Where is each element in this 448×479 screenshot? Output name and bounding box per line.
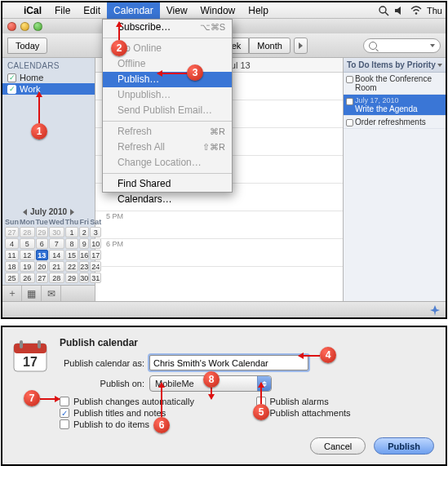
add-calendar-button[interactable]: ＋ (2, 286, 22, 301)
chevron-down-icon[interactable] (437, 64, 442, 67)
day-cell[interactable]: 18 (5, 261, 19, 272)
day-cell[interactable]: 29 (65, 273, 79, 283)
zoom-button[interactable] (33, 22, 42, 31)
publish-button[interactable]: Publish (374, 437, 434, 455)
today-segment: Today (7, 38, 47, 54)
label: Refresh (118, 126, 152, 137)
menu-separator (103, 38, 232, 38)
dow-label: Sun (5, 218, 19, 226)
dialog-title: Publish calendar (60, 337, 434, 348)
arrow (299, 355, 320, 357)
day-cell[interactable]: 15 (65, 250, 79, 260)
day-cell[interactable]: 4 (5, 238, 19, 249)
checkbox-icon[interactable]: ✓ (7, 85, 16, 94)
sidebar-item-home[interactable]: ✓ Home (2, 72, 95, 83)
close-button[interactable] (7, 22, 16, 31)
menubar-extras: Thu (378, 5, 446, 16)
menu-edit[interactable]: Edit (77, 2, 107, 19)
day-cell[interactable]: 5 (20, 238, 35, 249)
day-cell[interactable]: 26 (20, 273, 35, 283)
sidebar-bottom-bar: ＋ ▦ ✉ (2, 285, 95, 301)
day-cell[interactable]: 27 (36, 273, 48, 283)
menu-find-shared[interactable]: Find Shared Calendars… (103, 176, 232, 192)
menu-ical[interactable]: iCal (17, 2, 48, 19)
day-cell[interactable]: 8 (65, 238, 79, 249)
prev-month-button[interactable] (23, 209, 27, 215)
day-cell[interactable]: 14 (49, 250, 64, 260)
dow-label: Wed (49, 218, 64, 226)
day-cell[interactable]: 12 (20, 250, 35, 260)
day-cell[interactable]: 23 (79, 261, 89, 272)
cb-alarms[interactable]: Publish alarms (256, 397, 435, 406)
arrow (161, 383, 162, 417)
day-cell[interactable]: 22 (65, 261, 79, 272)
day-cell[interactable]: 6 (36, 238, 48, 249)
day-cell[interactable]: 25 (5, 273, 19, 283)
day-cell[interactable]: 27 (5, 227, 19, 237)
menu-help[interactable]: Help (242, 2, 275, 19)
next-month-button[interactable] (70, 209, 74, 215)
shortcut: ⌘R (210, 124, 225, 140)
day-cell[interactable]: 13 (36, 250, 48, 260)
sidebar-item-work[interactable]: ✓ Work (2, 83, 95, 95)
svg-point-3 (415, 12, 418, 15)
day-cell[interactable]: 20 (36, 261, 48, 272)
menu-view[interactable]: View (160, 2, 194, 19)
pushpin-icon[interactable] (429, 304, 441, 316)
show-notifications-button[interactable]: ✉ (42, 286, 61, 301)
todo-date: July 17, 2010 (355, 96, 442, 104)
day-cell[interactable]: 2 (79, 227, 89, 237)
day-cell[interactable]: 30 (79, 273, 89, 283)
menubar-clock[interactable]: Thu (427, 6, 442, 16)
cb-attachments[interactable]: Publish attachments (256, 408, 435, 418)
day-cell[interactable]: 30 (49, 227, 64, 237)
calendar-app-icon: 17 (12, 339, 48, 375)
callout-5: 5 (253, 404, 269, 420)
day-cell[interactable]: 21 (49, 261, 64, 272)
day-cell[interactable]: 9 (79, 238, 89, 249)
hour-row[interactable]: 5 PM (95, 211, 343, 239)
day-cell[interactable]: 16 (79, 250, 89, 260)
cb-label: Publish alarms (270, 397, 329, 406)
checkbox-icon (60, 397, 69, 406)
checkbox-icon[interactable]: ✓ (7, 73, 16, 82)
menu-calendar[interactable]: Calendar (107, 2, 160, 19)
svg-marker-2 (395, 7, 401, 15)
svg-rect-7 (38, 340, 41, 348)
hour-row[interactable]: 6 PM (95, 239, 343, 267)
cancel-button[interactable]: Cancel (310, 437, 366, 455)
next-button[interactable] (294, 38, 308, 54)
volume-icon[interactable] (394, 5, 406, 16)
day-cell[interactable]: 28 (20, 227, 35, 237)
day-cell[interactable]: 19 (20, 261, 35, 272)
menu-file[interactable]: File (48, 2, 77, 19)
cb-todo[interactable]: Publish to do items (60, 419, 238, 429)
todo-item[interactable]: Order refreshments (344, 116, 446, 129)
show-mini-month-button[interactable]: ▦ (22, 286, 42, 301)
today-button[interactable]: Today (7, 38, 47, 54)
publish-on-label: Publish on: (60, 379, 149, 388)
day-cell[interactable]: 29 (36, 227, 48, 237)
minimize-button[interactable] (20, 22, 29, 31)
label: Refresh All (118, 141, 165, 153)
cb-titles[interactable]: ✓Publish titles and notes (60, 408, 238, 418)
calendar-name-field[interactable] (149, 355, 308, 370)
search-field[interactable] (363, 38, 441, 53)
menu-window[interactable]: Window (194, 2, 242, 19)
todo-item[interactable]: July 17, 2010 Write the Agenda (344, 95, 446, 116)
day-cell[interactable]: 1 (65, 227, 79, 237)
day-cell[interactable]: 28 (49, 273, 64, 283)
menu-offline: Offline (103, 56, 232, 72)
sidebar: CALENDARS ✓ Home ✓ Work July 2010 SunMon… (2, 58, 95, 301)
day-cell[interactable]: 11 (5, 250, 19, 260)
svg-point-0 (379, 7, 386, 13)
todo-heading: To Do Items by Priority (344, 58, 446, 73)
todo-item[interactable]: Book the Conference Room (344, 73, 446, 95)
callout-2: 2 (111, 40, 127, 56)
wifi-icon[interactable] (410, 5, 422, 16)
cb-label: Publish changes automatically (73, 397, 194, 406)
spotlight-icon[interactable] (378, 5, 389, 16)
view-month[interactable]: Month (249, 38, 291, 54)
day-cell[interactable]: 7 (49, 238, 64, 249)
hour-label: 6 PM (95, 239, 126, 266)
